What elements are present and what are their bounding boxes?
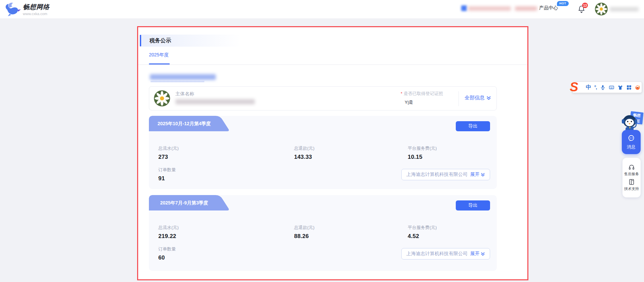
redacted-entity-name [175, 99, 255, 104]
toolbox-grid-icon[interactable] [626, 85, 632, 90]
brand-name: 畅想网络 [23, 3, 50, 11]
top-header: 畅想网络 www.cxka.com 产品中心 HOT 13 [0, 0, 644, 18]
brand-logo[interactable]: 畅想网络 www.cxka.com [4, 2, 50, 16]
user-avatar[interactable] [595, 3, 608, 15]
daisy-avatar-icon [154, 90, 170, 106]
tech-support-button[interactable]: 技术支持 [624, 179, 639, 191]
quarter-tag-q3: 2025年7月-9月第3季度 [149, 195, 233, 210]
messages-label: 消息 [627, 144, 636, 150]
stat-platform-fee: 平台服务费(元) 10.15 [408, 145, 437, 160]
redacted-nav-text [468, 6, 511, 11]
microphone-icon[interactable] [600, 85, 606, 90]
skin-shirt-icon[interactable] [617, 85, 623, 90]
ime-toolbar: S 中 °, [572, 82, 642, 93]
notification-bell-button[interactable]: 13 [577, 3, 587, 13]
chevron-double-down-icon [481, 252, 485, 256]
stat-total-flow: 总流水(元) 219.22 [158, 225, 179, 240]
quarter-section-q3: 2025年7月-9月第3季度 导出 总流水(元) 219.22 总退款(元) 8… [149, 195, 497, 271]
notification-count-badge: 13 [582, 3, 588, 8]
hot-badge: HOT [557, 1, 569, 6]
support-doc-icon [628, 179, 635, 185]
sogou-logo-icon[interactable]: S [570, 80, 578, 94]
redacted-nav-icon [461, 5, 467, 11]
brand-text: 畅想网络 www.cxka.com [23, 3, 50, 16]
keyboard-icon[interactable] [609, 85, 614, 90]
stat-order-count: 订单数量 60 [158, 246, 176, 261]
title-band: 税务公示 [140, 35, 284, 47]
app-viewport: 畅想网络 www.cxka.com 产品中心 HOT 13 税务公示 2025年… [0, 0, 644, 282]
entity-avatar [154, 90, 170, 106]
expand-label: 展开 [470, 251, 485, 257]
headphones-icon [628, 164, 635, 171]
chevron-double-down-icon [486, 96, 491, 100]
stat-total-refund: 总退款(元) 88.26 [294, 225, 315, 240]
daisy-avatar-icon [595, 3, 608, 15]
redacted-shop-underline [151, 81, 204, 82]
license-label: *是否已取得登记证照 [401, 91, 458, 97]
company-name: 上海迪志计算机科技有限公司 [406, 251, 468, 257]
chat-bubble-icon [627, 134, 635, 142]
stat-total-refund: 总退款(元) 143.33 [294, 145, 315, 160]
stat-order-count: 订单数量 91 [158, 167, 176, 182]
title-accent-bar [140, 35, 141, 46]
ime-language-mode[interactable]: 中 [586, 84, 591, 91]
penguin-mascot-icon [620, 112, 639, 132]
messages-button[interactable]: 消息 [622, 130, 641, 154]
stat-total-flow: 总流水(元) 273 [158, 145, 179, 160]
redacted-username [610, 7, 639, 11]
company-name: 上海迪志计算机科技有限公司 [406, 172, 468, 178]
brand-url: www.cxka.com [23, 12, 50, 16]
quarter-section-q4: 2025年10月-12月第4季度 导出 总流水(元) 273 总退款(元) 14… [149, 116, 497, 189]
license-value: Y|是 [405, 99, 458, 105]
export-button-q4[interactable]: 导出 [456, 121, 490, 131]
hummingbird-logo-icon [4, 2, 21, 16]
company-expand-button-q3[interactable]: 上海迪志计算机科技有限公司 展开 [401, 248, 490, 260]
required-asterisk: * [401, 91, 402, 96]
aftersales-service-button[interactable]: 售后服务 [624, 164, 639, 177]
entity-card: 主体名称 *是否已取得登记证照 Y|是 全部信息 [149, 86, 497, 110]
chevron-double-down-icon [481, 173, 485, 177]
tab-2025-year[interactable]: 2025年度 [149, 52, 169, 58]
redacted-nav-text-2 [515, 6, 537, 11]
ime-punctuation-toggle[interactable]: °, [594, 85, 597, 90]
card-divider [458, 91, 459, 106]
all-info-button[interactable]: 全部信息 [465, 95, 491, 101]
license-field: *是否已取得登记证照 Y|是 [401, 91, 458, 105]
emoji-icon[interactable] [635, 85, 641, 90]
redacted-shop-name [150, 74, 216, 80]
page-title: 税务公示 [150, 37, 171, 44]
expand-label: 展开 [470, 172, 485, 178]
export-button-q3[interactable]: 导出 [456, 200, 490, 210]
entity-name-label: 主体名称 [175, 91, 194, 97]
stat-platform-fee: 平台服务费(元) 4.52 [408, 225, 437, 240]
quarter-tag-q4: 2025年10月-12月第4季度 [149, 116, 233, 131]
product-center-link[interactable]: 产品中心 [539, 5, 558, 11]
tax-disclosure-panel: 税务公示 2025年度 主体名称 *是否已取得登记证照 Y|是 全部信息 [137, 26, 528, 280]
service-panel: 售后服务 技术支持 [622, 158, 641, 197]
tabs-divider [138, 64, 527, 65]
company-expand-button-q4[interactable]: 上海迪志计算机科技有限公司 展开 [401, 169, 490, 180]
mascot-widget[interactable]: 畅想 旺旺 [620, 111, 644, 132]
